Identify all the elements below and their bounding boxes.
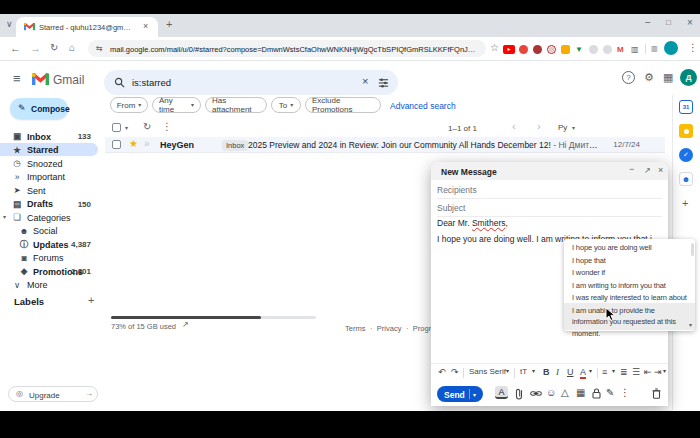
home-button[interactable]: ⌂ <box>69 43 75 53</box>
suggestion-item[interactable]: I am writing to inform you that <box>572 281 666 290</box>
input-tools-icon[interactable]: Ру <box>558 123 567 132</box>
suggestion-item[interactable]: I wonder if <box>572 268 605 277</box>
extension-icon-orange[interactable] <box>561 45 570 54</box>
extension-icon-green-arrow[interactable]: ▼ <box>575 45 584 54</box>
font-family-select[interactable]: Sans Serif <box>469 368 506 376</box>
upgrade-button[interactable]: ◎ Upgrade → <box>8 386 98 402</box>
contacts-icon[interactable]: ☻ <box>679 172 693 186</box>
send-button[interactable]: Send ▾ <box>437 386 483 402</box>
expand-compose-icon[interactable]: ↗ <box>644 167 651 175</box>
select-dropdown-icon[interactable]: ▾ <box>125 125 128 131</box>
formatting-options-toggle[interactable]: A <box>495 386 508 399</box>
search-options-icon[interactable] <box>378 77 389 88</box>
search-bar[interactable]: is:starred × <box>104 70 398 95</box>
tab-close-icon[interactable]: × <box>143 22 148 31</box>
new-tab-button[interactable]: + <box>166 19 172 30</box>
extension-icon-target[interactable]: ◎ <box>547 45 556 54</box>
select-all-checkbox[interactable] <box>112 123 121 132</box>
settings-gear-icon[interactable]: ⚙ <box>644 72 654 83</box>
open-in-new-icon[interactable]: ↗ <box>182 321 189 329</box>
subject-field[interactable]: Subject <box>437 199 662 217</box>
sidebar-item-updates[interactable]: ⓘ Updates 4,387 <box>0 237 98 251</box>
add-label-icon[interactable]: + <box>88 295 94 306</box>
extension-icon-red[interactable] <box>519 45 528 54</box>
filter-chip-exclude-promotions[interactable]: Exclude Promotions <box>305 97 381 113</box>
indent-more-icon[interactable]: ⇥ <box>654 368 662 377</box>
account-avatar[interactable]: Д <box>680 69 697 86</box>
extensions-puzzle-icon[interactable]: ▥ <box>631 45 640 54</box>
sidebar-item-forums[interactable]: ◙ Forums <box>0 251 98 265</box>
insert-drive-icon[interactable]: △ <box>561 388 569 398</box>
align-icon[interactable]: ≡ <box>602 368 607 377</box>
bulleted-list-icon[interactable]: ☰ <box>632 368 640 377</box>
apps-grid-icon[interactable]: ▦ <box>663 72 673 83</box>
more-formatting-icon[interactable]: ▾ <box>663 368 666 374</box>
bookmark-star-icon[interactable]: ☆ <box>490 43 499 53</box>
terms-link[interactable]: Terms <box>345 324 365 333</box>
underline-icon[interactable]: U <box>567 368 574 377</box>
starred-star-icon[interactable]: ★ <box>129 139 138 149</box>
redo-icon[interactable]: ↷ <box>451 368 459 377</box>
filter-chip-from[interactable]: From ▾ <box>110 97 148 113</box>
sidebar-item-promotions[interactable]: ◈ Promotions 2,801 <box>0 264 98 278</box>
insert-emoji-icon[interactable]: ☺ <box>546 388 556 398</box>
font-size-icon[interactable]: tT <box>520 368 527 376</box>
discard-draft-icon[interactable] <box>652 388 661 399</box>
recipients-field[interactable]: Recipients <box>437 181 662 199</box>
insert-photo-icon[interactable]: ▦ <box>576 388 585 398</box>
browser-profile-avatar[interactable] <box>664 41 678 55</box>
more-send-options-icon[interactable]: ⋮ <box>620 388 630 398</box>
back-button[interactable]: ← <box>10 43 21 54</box>
search-input[interactable]: is:starred <box>132 77 171 88</box>
font-family-dropdown-icon[interactable]: ▾ <box>506 368 509 374</box>
sidebar-item-social[interactable]: ☻ Social <box>0 224 98 238</box>
undo-icon[interactable]: ↶ <box>438 368 446 377</box>
filter-chip-has-attachment[interactable]: Has attachment <box>205 97 267 113</box>
youtube-extension-icon[interactable]: ▸ <box>503 45 515 54</box>
sidebar-item-drafts[interactable]: ▤ Drafts 150 <box>0 197 98 211</box>
address-bar[interactable]: ⇆ mail.google.com/mail/u/0/#starred?comp… <box>88 40 486 57</box>
font-size-dropdown-icon[interactable]: ▾ <box>532 368 535 374</box>
compose-button[interactable]: ✎ Compose <box>10 98 68 119</box>
window-minimize-button[interactable]: − <box>645 18 651 28</box>
site-info-icon[interactable]: ⇆ <box>96 45 103 53</box>
confidential-mode-icon[interactable] <box>592 388 601 399</box>
refresh-icon[interactable]: ↻ <box>143 122 151 132</box>
attach-file-icon[interactable] <box>514 388 524 400</box>
sidebar-item-categories[interactable]: ▾ ❏ Categories <box>0 210 98 224</box>
suggestion-item[interactable]: I hope you are doing well <box>572 243 652 252</box>
browser-tab[interactable]: Starred - qiuhu1234@gmail.c × <box>16 17 158 37</box>
forward-button[interactable]: → <box>30 43 41 54</box>
send-options-icon[interactable]: ▾ <box>473 391 476 398</box>
suggestions-scrollbar[interactable] <box>691 243 694 256</box>
minimize-compose-icon[interactable]: − <box>629 165 634 174</box>
italic-icon[interactable]: I <box>556 368 559 377</box>
advanced-search-link[interactable]: Advanced search <box>390 101 456 111</box>
chevron-down-icon[interactable]: ▾ <box>3 214 6 220</box>
filter-chip-to[interactable]: To ▾ <box>271 97 301 113</box>
sidebar-item-sent[interactable]: ➤ Sent <box>0 183 98 197</box>
window-maximize-button[interactable]: □ <box>666 19 671 27</box>
extension-icon-gray-2[interactable] <box>603 45 612 54</box>
suggestion-item[interactable]: I was really interested to learn about <box>572 293 687 302</box>
browser-menu-icon[interactable]: ⋮ <box>688 43 698 53</box>
close-compose-icon[interactable]: × <box>658 166 663 175</box>
help-icon[interactable]: ? <box>622 71 635 84</box>
search-clear-icon[interactable]: × <box>362 76 368 87</box>
gmail-extension-icon[interactable]: M <box>617 45 626 54</box>
compose-header[interactable]: New Message − ↗ × <box>431 162 668 180</box>
important-marker-icon[interactable]: » <box>144 139 150 149</box>
sidebar-item-inbox[interactable]: ▣ Inbox 133 <box>0 129 98 143</box>
text-color-dropdown-icon[interactable]: ▾ <box>589 368 592 374</box>
input-tools-dropdown-icon[interactable]: ▾ <box>572 125 575 131</box>
insert-link-icon[interactable] <box>530 388 542 399</box>
tasks-icon[interactable]: ✓ <box>679 148 693 162</box>
side-panel-icon[interactable]: ▥ <box>651 45 658 52</box>
suggestion-item-selected[interactable]: I am unable to provide the information y… <box>564 303 695 330</box>
privacy-link[interactable]: Privacy <box>377 324 402 333</box>
suggestions-scroll-down-icon[interactable]: ▾ <box>689 322 692 328</box>
keep-icon[interactable] <box>679 124 693 138</box>
sidebar-item-important[interactable]: » Important <box>0 170 98 184</box>
reload-button[interactable]: ↻ <box>50 43 58 53</box>
more-options-icon[interactable]: ⋮ <box>162 122 172 132</box>
